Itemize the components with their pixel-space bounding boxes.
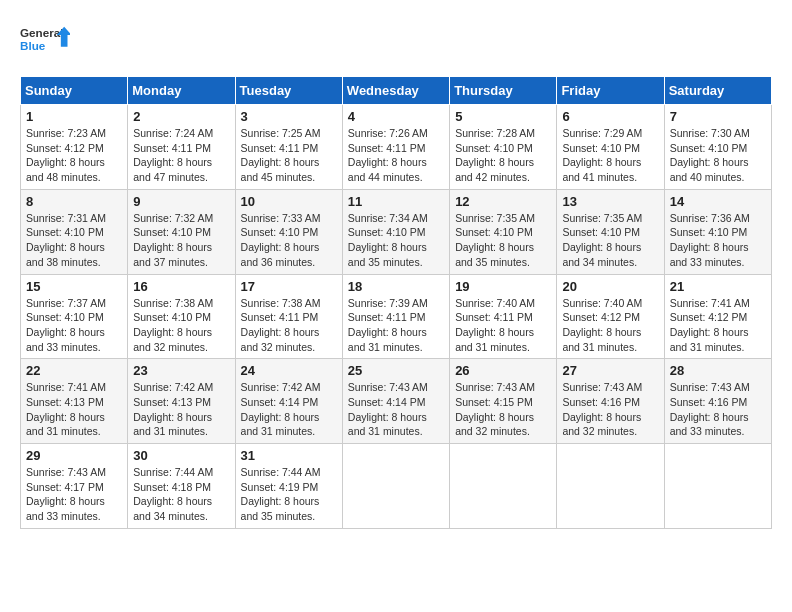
day-info: Sunrise: 7:44 AM Sunset: 4:19 PM Dayligh… <box>241 465 337 524</box>
day-info: Sunrise: 7:43 AM Sunset: 4:16 PM Dayligh… <box>562 380 658 439</box>
calendar-day-cell: 31 Sunrise: 7:44 AM Sunset: 4:19 PM Dayl… <box>235 444 342 529</box>
calendar-day-cell: 28 Sunrise: 7:43 AM Sunset: 4:16 PM Dayl… <box>664 359 771 444</box>
day-info: Sunrise: 7:28 AM Sunset: 4:10 PM Dayligh… <box>455 126 551 185</box>
weekday-header: Friday <box>557 77 664 105</box>
calendar-day-cell: 4 Sunrise: 7:26 AM Sunset: 4:11 PM Dayli… <box>342 105 449 190</box>
day-number: 12 <box>455 194 551 209</box>
day-info: Sunrise: 7:41 AM Sunset: 4:13 PM Dayligh… <box>26 380 122 439</box>
calendar-day-cell: 24 Sunrise: 7:42 AM Sunset: 4:14 PM Dayl… <box>235 359 342 444</box>
calendar-day-cell: 19 Sunrise: 7:40 AM Sunset: 4:11 PM Dayl… <box>450 274 557 359</box>
calendar-day-cell: 29 Sunrise: 7:43 AM Sunset: 4:17 PM Dayl… <box>21 444 128 529</box>
day-number: 25 <box>348 363 444 378</box>
calendar-day-cell: 16 Sunrise: 7:38 AM Sunset: 4:10 PM Dayl… <box>128 274 235 359</box>
day-info: Sunrise: 7:39 AM Sunset: 4:11 PM Dayligh… <box>348 296 444 355</box>
day-info: Sunrise: 7:40 AM Sunset: 4:11 PM Dayligh… <box>455 296 551 355</box>
day-info: Sunrise: 7:25 AM Sunset: 4:11 PM Dayligh… <box>241 126 337 185</box>
day-info: Sunrise: 7:33 AM Sunset: 4:10 PM Dayligh… <box>241 211 337 270</box>
day-number: 28 <box>670 363 766 378</box>
weekday-header: Monday <box>128 77 235 105</box>
weekday-header: Thursday <box>450 77 557 105</box>
svg-text:General: General <box>20 26 63 39</box>
day-info: Sunrise: 7:43 AM Sunset: 4:15 PM Dayligh… <box>455 380 551 439</box>
weekday-header: Tuesday <box>235 77 342 105</box>
logo-svg: General Blue <box>20 20 70 60</box>
calendar-week-row: 15 Sunrise: 7:37 AM Sunset: 4:10 PM Dayl… <box>21 274 772 359</box>
day-info: Sunrise: 7:29 AM Sunset: 4:10 PM Dayligh… <box>562 126 658 185</box>
day-info: Sunrise: 7:43 AM Sunset: 4:14 PM Dayligh… <box>348 380 444 439</box>
day-number: 20 <box>562 279 658 294</box>
calendar-day-cell: 6 Sunrise: 7:29 AM Sunset: 4:10 PM Dayli… <box>557 105 664 190</box>
calendar-day-cell: 12 Sunrise: 7:35 AM Sunset: 4:10 PM Dayl… <box>450 189 557 274</box>
calendar-table: SundayMondayTuesdayWednesdayThursdayFrid… <box>20 76 772 529</box>
calendar-day-cell: 26 Sunrise: 7:43 AM Sunset: 4:15 PM Dayl… <box>450 359 557 444</box>
calendar-day-cell: 13 Sunrise: 7:35 AM Sunset: 4:10 PM Dayl… <box>557 189 664 274</box>
calendar-day-cell: 25 Sunrise: 7:43 AM Sunset: 4:14 PM Dayl… <box>342 359 449 444</box>
day-number: 11 <box>348 194 444 209</box>
day-number: 19 <box>455 279 551 294</box>
calendar-week-row: 29 Sunrise: 7:43 AM Sunset: 4:17 PM Dayl… <box>21 444 772 529</box>
day-number: 7 <box>670 109 766 124</box>
day-number: 3 <box>241 109 337 124</box>
day-info: Sunrise: 7:32 AM Sunset: 4:10 PM Dayligh… <box>133 211 229 270</box>
calendar-day-cell: 30 Sunrise: 7:44 AM Sunset: 4:18 PM Dayl… <box>128 444 235 529</box>
day-number: 16 <box>133 279 229 294</box>
day-info: Sunrise: 7:41 AM Sunset: 4:12 PM Dayligh… <box>670 296 766 355</box>
calendar-day-cell: 18 Sunrise: 7:39 AM Sunset: 4:11 PM Dayl… <box>342 274 449 359</box>
calendar-week-row: 22 Sunrise: 7:41 AM Sunset: 4:13 PM Dayl… <box>21 359 772 444</box>
calendar-day-cell <box>450 444 557 529</box>
day-number: 18 <box>348 279 444 294</box>
calendar-day-cell: 9 Sunrise: 7:32 AM Sunset: 4:10 PM Dayli… <box>128 189 235 274</box>
day-number: 23 <box>133 363 229 378</box>
day-number: 4 <box>348 109 444 124</box>
day-number: 26 <box>455 363 551 378</box>
day-number: 21 <box>670 279 766 294</box>
calendar-day-cell: 7 Sunrise: 7:30 AM Sunset: 4:10 PM Dayli… <box>664 105 771 190</box>
day-info: Sunrise: 7:26 AM Sunset: 4:11 PM Dayligh… <box>348 126 444 185</box>
page-header: General Blue <box>20 20 772 60</box>
day-number: 29 <box>26 448 122 463</box>
day-number: 8 <box>26 194 122 209</box>
day-number: 17 <box>241 279 337 294</box>
calendar-day-cell <box>557 444 664 529</box>
day-info: Sunrise: 7:43 AM Sunset: 4:17 PM Dayligh… <box>26 465 122 524</box>
calendar-day-cell: 11 Sunrise: 7:34 AM Sunset: 4:10 PM Dayl… <box>342 189 449 274</box>
day-info: Sunrise: 7:36 AM Sunset: 4:10 PM Dayligh… <box>670 211 766 270</box>
day-number: 15 <box>26 279 122 294</box>
day-number: 9 <box>133 194 229 209</box>
day-number: 10 <box>241 194 337 209</box>
day-number: 31 <box>241 448 337 463</box>
calendar-day-cell: 5 Sunrise: 7:28 AM Sunset: 4:10 PM Dayli… <box>450 105 557 190</box>
day-info: Sunrise: 7:38 AM Sunset: 4:10 PM Dayligh… <box>133 296 229 355</box>
weekday-header: Saturday <box>664 77 771 105</box>
calendar-day-cell: 10 Sunrise: 7:33 AM Sunset: 4:10 PM Dayl… <box>235 189 342 274</box>
day-number: 30 <box>133 448 229 463</box>
weekday-header-row: SundayMondayTuesdayWednesdayThursdayFrid… <box>21 77 772 105</box>
calendar-day-cell: 22 Sunrise: 7:41 AM Sunset: 4:13 PM Dayl… <box>21 359 128 444</box>
day-info: Sunrise: 7:35 AM Sunset: 4:10 PM Dayligh… <box>562 211 658 270</box>
day-number: 14 <box>670 194 766 209</box>
day-info: Sunrise: 7:31 AM Sunset: 4:10 PM Dayligh… <box>26 211 122 270</box>
day-number: 6 <box>562 109 658 124</box>
calendar-day-cell <box>664 444 771 529</box>
calendar-day-cell: 14 Sunrise: 7:36 AM Sunset: 4:10 PM Dayl… <box>664 189 771 274</box>
day-info: Sunrise: 7:34 AM Sunset: 4:10 PM Dayligh… <box>348 211 444 270</box>
calendar-day-cell: 23 Sunrise: 7:42 AM Sunset: 4:13 PM Dayl… <box>128 359 235 444</box>
day-info: Sunrise: 7:24 AM Sunset: 4:11 PM Dayligh… <box>133 126 229 185</box>
day-number: 13 <box>562 194 658 209</box>
logo: General Blue <box>20 20 70 60</box>
day-info: Sunrise: 7:42 AM Sunset: 4:13 PM Dayligh… <box>133 380 229 439</box>
day-number: 1 <box>26 109 122 124</box>
day-number: 5 <box>455 109 551 124</box>
weekday-header: Wednesday <box>342 77 449 105</box>
calendar-day-cell: 1 Sunrise: 7:23 AM Sunset: 4:12 PM Dayli… <box>21 105 128 190</box>
day-info: Sunrise: 7:38 AM Sunset: 4:11 PM Dayligh… <box>241 296 337 355</box>
calendar-week-row: 8 Sunrise: 7:31 AM Sunset: 4:10 PM Dayli… <box>21 189 772 274</box>
calendar-day-cell: 8 Sunrise: 7:31 AM Sunset: 4:10 PM Dayli… <box>21 189 128 274</box>
day-number: 22 <box>26 363 122 378</box>
svg-text:Blue: Blue <box>20 39 46 52</box>
day-number: 2 <box>133 109 229 124</box>
calendar-day-cell: 3 Sunrise: 7:25 AM Sunset: 4:11 PM Dayli… <box>235 105 342 190</box>
day-info: Sunrise: 7:44 AM Sunset: 4:18 PM Dayligh… <box>133 465 229 524</box>
day-info: Sunrise: 7:42 AM Sunset: 4:14 PM Dayligh… <box>241 380 337 439</box>
day-info: Sunrise: 7:35 AM Sunset: 4:10 PM Dayligh… <box>455 211 551 270</box>
